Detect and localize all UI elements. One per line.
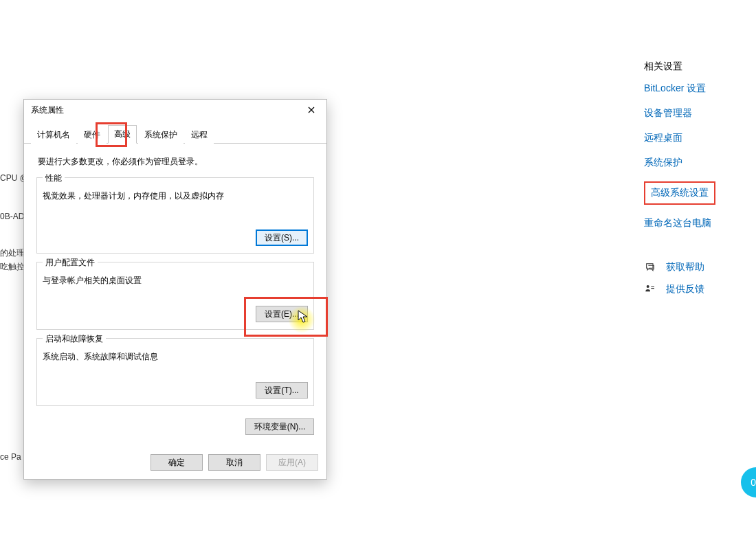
dialog-body: 要进行大多数更改，你必须作为管理员登录。 性能 视觉效果，处理器计划，内存使用，… <box>24 144 326 435</box>
related-settings-panel: 相关设置 BitLocker 设置 设备管理器 远程桌面 系统保护 高级系统设置… <box>644 60 754 305</box>
tab-computer-name[interactable]: 计算机名 <box>31 126 76 144</box>
link-rename-pc[interactable]: 重命名这台电脑 <box>644 217 754 229</box>
ok-button[interactable]: 确定 <box>151 454 203 471</box>
cancel-button[interactable]: 取消 <box>208 454 260 471</box>
group-user-profiles: 用户配置文件 与登录帐户相关的桌面设置 设置(E)... <box>36 262 314 330</box>
help-group: 获取帮助 提供反馈 <box>644 261 754 295</box>
help-feedback-row: 提供反馈 <box>644 283 754 295</box>
dialog-titlebar: 系统属性 <box>24 100 326 120</box>
environment-variables-button[interactable]: 环境变量(N)... <box>245 418 314 435</box>
chat-icon <box>644 262 658 273</box>
floating-badge[interactable]: 00 <box>741 467 756 497</box>
group-user-profiles-desc: 与登录帐户相关的桌面设置 <box>43 275 308 287</box>
group-performance-desc: 视觉效果，处理器计划，内存使用，以及虚拟内存 <box>43 190 308 202</box>
help-give-feedback[interactable]: 提供反馈 <box>666 283 704 295</box>
bg-pack: ce Pa <box>0 452 21 462</box>
group-startup-recovery: 启动和故障恢复 系统启动、系统故障和调试信息 设置(T)... <box>36 338 314 406</box>
close-icon <box>308 107 315 113</box>
help-get-help-row: 获取帮助 <box>644 261 754 273</box>
system-properties-dialog: 系统属性 计算机名 硬件 高级 系统保护 远程 要进行大多数更改，你必须作为管理… <box>23 99 327 480</box>
tab-advanced[interactable]: 高级 <box>108 125 137 144</box>
close-button[interactable] <box>303 102 320 118</box>
tab-hardware[interactable]: 硬件 <box>78 126 107 144</box>
related-settings-title: 相关设置 <box>644 60 754 73</box>
dialog-title: 系统属性 <box>31 104 64 116</box>
bg-adapter: 0B-AD <box>0 212 24 221</box>
tab-remote[interactable]: 远程 <box>185 126 214 144</box>
link-remote-desktop[interactable]: 远程桌面 <box>644 132 754 144</box>
group-performance-legend: 性能 <box>43 172 65 184</box>
help-get-help[interactable]: 获取帮助 <box>666 261 704 273</box>
user-profiles-settings-button[interactable]: 设置(E)... <box>256 306 308 322</box>
admin-note: 要进行大多数更改，你必须作为管理员登录。 <box>38 156 313 168</box>
group-startup-recovery-desc: 系统启动、系统故障和调试信息 <box>43 351 308 363</box>
group-performance: 性能 视觉效果，处理器计划，内存使用，以及虚拟内存 设置(S)... <box>36 177 314 254</box>
svg-point-0 <box>647 285 649 288</box>
link-device-manager[interactable]: 设备管理器 <box>644 107 754 120</box>
link-system-protection[interactable]: 系统保护 <box>644 157 754 169</box>
tab-strip: 计算机名 硬件 高级 系统保护 远程 <box>24 120 326 144</box>
tab-system-protection[interactable]: 系统保护 <box>138 126 184 144</box>
dialog-footer: 确定 取消 应用(A) <box>151 454 318 471</box>
link-bitlocker[interactable]: BitLocker 设置 <box>644 82 754 95</box>
group-user-profiles-legend: 用户配置文件 <box>43 257 98 269</box>
link-advanced-system-settings[interactable]: 高级系统设置 <box>644 181 715 205</box>
apply-button[interactable]: 应用(A) <box>266 454 318 471</box>
performance-settings-button[interactable]: 设置(S)... <box>256 229 308 246</box>
startup-recovery-settings-button[interactable]: 设置(T)... <box>256 382 308 399</box>
bg-touch: 吃触控 <box>0 261 25 273</box>
group-startup-recovery-legend: 启动和故障恢复 <box>43 333 106 345</box>
feedback-icon <box>644 284 658 295</box>
